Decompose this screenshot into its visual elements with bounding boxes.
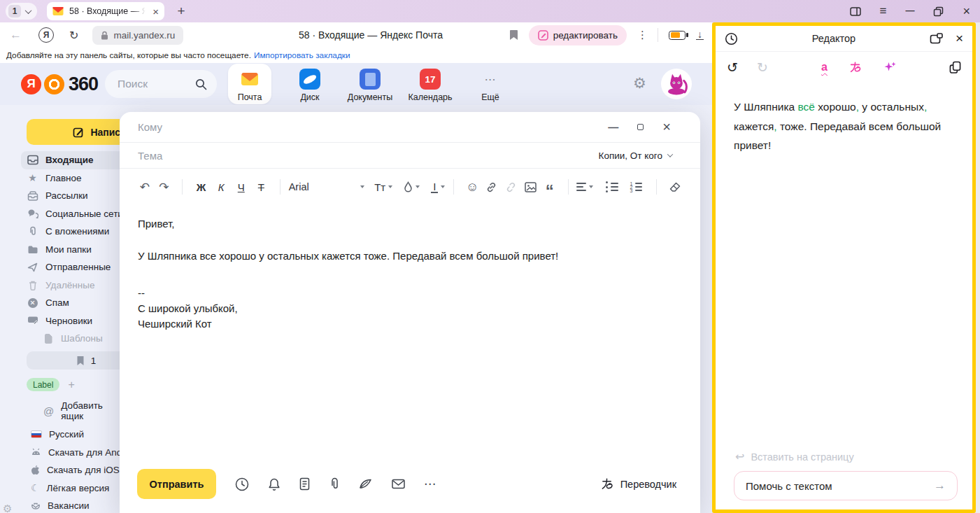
more-vertical-icon[interactable]: ⋮ — [637, 29, 647, 41]
editor-redo-icon[interactable]: ↻ — [757, 59, 768, 76]
settings-gear-icon[interactable]: ⚙ — [633, 75, 646, 92]
signature-pen-icon[interactable] — [359, 478, 373, 490]
sidebar-item-sent[interactable]: Отправленные — [0, 258, 120, 276]
url-field[interactable]: mail.yandex.ru — [92, 26, 183, 45]
sidebar-item-newsletters[interactable]: Рассылки — [0, 187, 120, 205]
add-label-icon[interactable]: + — [68, 379, 74, 391]
strikethrough-button[interactable]: Т — [251, 181, 271, 193]
attach-file-icon[interactable] — [329, 477, 340, 491]
insert-to-page-button[interactable]: ↩ Вставить на страницу — [734, 450, 958, 463]
yandex-360-logo[interactable]: Я 360 — [21, 73, 98, 95]
spellcheck-icon[interactable]: а — [821, 61, 828, 73]
compose-minimize-icon[interactable]: — — [608, 121, 618, 133]
open-in-window-icon[interactable] — [930, 33, 943, 45]
copy-icon[interactable] — [949, 61, 961, 73]
browser-tab[interactable]: 58 · Входящие — Яндекс Почта × — [47, 2, 164, 20]
font-family-select[interactable]: Arial — [289, 181, 365, 192]
cc-from-toggle[interactable]: Копии, От кого — [599, 150, 672, 161]
battery-icon[interactable] — [669, 31, 686, 40]
text-segment: У Шляпника — [734, 101, 797, 113]
schedule-send-icon[interactable] — [235, 477, 249, 491]
italic-button[interactable]: К — [211, 181, 232, 193]
corrected-text[interactable]: У Шляпника всё хорошо, у остальных, каже… — [716, 83, 967, 155]
clear-format-icon[interactable] — [665, 182, 685, 192]
back-icon[interactable]: ← — [10, 28, 22, 42]
emoji-icon[interactable]: ☺ — [462, 180, 482, 195]
translator-button[interactable]: Переводчик — [601, 477, 676, 491]
vacancies-link[interactable]: Вакансии — [0, 497, 120, 513]
app-calendar[interactable]: 17 Календарь — [409, 64, 452, 104]
app-disk[interactable]: Диск — [288, 64, 332, 104]
menu-icon[interactable]: ≡ — [880, 4, 887, 18]
edit-document-button[interactable]: редактировать — [529, 25, 627, 45]
sidebar-item-attachments[interactable]: С вложениями — [0, 223, 120, 241]
label-tag[interactable]: Label — [27, 378, 59, 391]
unlink-icon[interactable] — [502, 181, 521, 193]
submit-arrow-icon[interactable]: → — [934, 479, 946, 493]
editor-undo-icon[interactable]: ↺ — [727, 59, 738, 76]
bookmarked-messages-pill[interactable]: 1 — [27, 351, 120, 370]
app-more[interactable]: ⋯ Ещё — [469, 64, 512, 104]
to-field[interactable]: Кому — [138, 121, 608, 133]
language-link[interactable]: Русский — [0, 426, 120, 444]
compose-close-icon[interactable]: × — [662, 119, 671, 135]
sidebar-item-main[interactable]: ★ Главное — [0, 169, 120, 188]
text-color-button[interactable]: I — [431, 181, 445, 193]
numbered-list-button[interactable]: 123 — [630, 182, 642, 192]
envelope-icon[interactable] — [392, 479, 405, 489]
underline-button[interactable]: Ч — [231, 181, 251, 193]
bookmark-icon[interactable] — [509, 29, 518, 41]
align-button[interactable] — [576, 183, 593, 190]
translate-icon[interactable] — [849, 61, 862, 73]
sidebar-item-templates[interactable]: Шаблоны — [0, 330, 120, 348]
import-bookmarks-link[interactable]: Импортировать закладки — [254, 50, 350, 60]
ai-prompt-input[interactable]: Помочь с текстом → — [734, 471, 958, 500]
compose-expand-icon[interactable] — [637, 124, 644, 130]
tab-close-icon[interactable]: × — [152, 6, 159, 17]
editor-close-icon[interactable]: × — [956, 31, 963, 46]
template-note-icon[interactable] — [299, 477, 310, 491]
redo-icon[interactable]: ↷ — [155, 180, 174, 195]
quote-icon[interactable]: “ — [540, 188, 560, 195]
settings-corner-icon[interactable]: ⚙ — [3, 503, 12, 513]
search-input[interactable]: Поиск — [105, 70, 217, 98]
new-tab-button[interactable]: + — [173, 3, 190, 20]
app-documents[interactable]: Документы — [348, 64, 392, 104]
message-body[interactable]: Привет, У Шляпника все хорошо у остальны… — [120, 205, 700, 331]
insert-image-icon[interactable] — [520, 182, 540, 192]
restore-window-icon[interactable] — [933, 6, 944, 17]
subject-field[interactable]: Тема — [138, 150, 599, 162]
minimize-window-icon[interactable]: — — [905, 5, 914, 15]
side-panel-icon[interactable] — [850, 6, 861, 17]
sidebar-item-trash[interactable]: Удалённые — [0, 276, 120, 295]
sidebar-item-social[interactable]: Социальные сети — [0, 205, 120, 223]
download-ios-link[interactable]: Скачать для iOS — [0, 461, 120, 479]
app-mail[interactable]: Почта — [228, 64, 271, 104]
reminder-bell-icon[interactable] — [268, 477, 280, 491]
link-icon[interactable] — [482, 181, 502, 193]
font-size-select[interactable]: Tт — [374, 181, 385, 193]
close-window-icon[interactable]: × — [963, 4, 970, 19]
highlight-color-button[interactable] — [404, 181, 420, 192]
sidebar-item-drafts[interactable]: Черновики — [0, 312, 120, 330]
add-mailbox-button[interactable]: @ Добавить ящик — [43, 400, 120, 421]
user-avatar[interactable] — [661, 69, 692, 99]
sidebar-item-spam[interactable]: ✕ Спам — [0, 294, 120, 312]
send-button[interactable]: Отправить — [137, 469, 216, 499]
undo-icon[interactable]: ↶ — [135, 180, 155, 195]
magic-sparkles-icon[interactable] — [883, 61, 896, 73]
history-icon[interactable] — [725, 32, 738, 45]
more-options-icon[interactable]: ⋯ — [424, 477, 436, 491]
sidebar-item-my-folders[interactable]: Мои папки — [0, 241, 120, 259]
sidebar-item-inbox[interactable]: Входящие — [21, 151, 120, 169]
bookmarks-hint-text: Добавляйте на эту панель сайты, которые … — [6, 50, 251, 60]
downloads-icon[interactable]: ↓ — [696, 30, 704, 41]
download-android-link[interactable]: Скачать для Android — [0, 444, 120, 462]
compose-button[interactable]: Написать письмо — [27, 119, 120, 145]
browser-logo-icon[interactable]: Я — [38, 27, 54, 43]
bold-button[interactable]: Ж — [191, 181, 211, 193]
bullet-list-button[interactable] — [606, 181, 618, 192]
tab-counter[interactable]: 1 — [6, 3, 37, 20]
refresh-icon[interactable]: ↻ — [69, 29, 78, 42]
light-version-link[interactable]: ☾ Лёгкая версия — [0, 479, 120, 498]
